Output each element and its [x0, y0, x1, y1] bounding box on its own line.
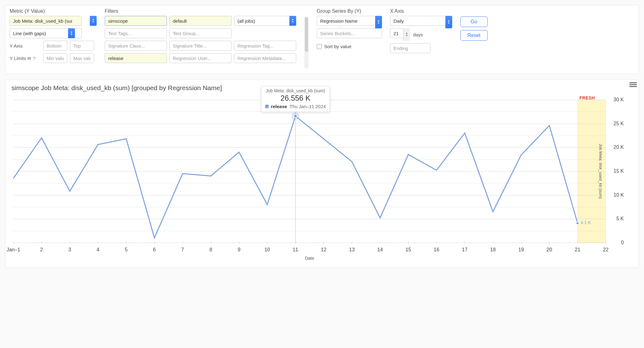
filter-reg-meta-input[interactable]: [234, 53, 296, 63]
controls-panel: Metric (Y Value) ▲▼ ▲▼ Y Axis: [5, 5, 639, 74]
action-buttons: Go Reset: [460, 16, 488, 41]
y-tick-label: 20 K: [614, 144, 624, 150]
metric-section: Metric (Y Value) ▲▼ ▲▼ Y Axis: [10, 8, 97, 66]
tooltip-series: release: [271, 104, 287, 109]
chart-menu-icon[interactable]: [629, 82, 637, 87]
scrollbar-thumb[interactable]: [305, 17, 308, 52]
x-tick-label: 9: [238, 247, 241, 253]
x-tick-label: 21: [575, 247, 580, 253]
sort-by-value-row[interactable]: Sort by value: [317, 44, 382, 49]
tooltip-date: Thu Jan–11 2024: [290, 104, 326, 109]
ylimits-max-input[interactable]: [70, 53, 94, 63]
group-label: Group Series By (Y): [317, 8, 382, 14]
days-label: days: [413, 32, 423, 37]
metric-select[interactable]: [10, 16, 82, 26]
y-tick-label: 5 K: [616, 216, 624, 222]
chart-tooltip: Job Meta: disk_used_kb (sum)26.556 Krele…: [261, 86, 330, 112]
filter-release-input[interactable]: [105, 53, 167, 63]
plot-wrap: release FRESH05 K10 K15 K20 K25 K30 KJob…: [10, 95, 634, 263]
filter-test-group-input[interactable]: [169, 28, 232, 38]
filter-component-input[interactable]: [105, 16, 167, 26]
last-point: [576, 222, 579, 225]
x-tick-label: 19: [518, 247, 524, 253]
dropdown-icon: ▲▼: [90, 16, 97, 26]
x-tick-label: 15: [406, 247, 411, 253]
x-tick-label: 14: [377, 247, 383, 253]
x-tick-label: 6: [153, 247, 156, 253]
xaxis-select[interactable]: [390, 16, 452, 26]
xaxis-label: X Axis: [390, 8, 452, 14]
last-value-label: 4.1 K: [581, 220, 591, 225]
filter-test-tags-input[interactable]: [105, 28, 167, 38]
x-tick-label: 17: [462, 247, 467, 253]
filters-section: Filters ▲▼: [105, 8, 296, 63]
reset-button[interactable]: Reset: [460, 30, 488, 41]
y-tick-label: 25 K: [614, 121, 624, 126]
x-tick-label: 20: [547, 247, 552, 253]
x-tick-label: Jan–1: [7, 247, 20, 253]
y-tick-label: 30 K: [614, 97, 624, 103]
ending-input[interactable]: [390, 43, 430, 53]
x-tick-label: 18: [490, 247, 496, 253]
xaxis-section: X Axis ▲▼ ▲▼ days: [390, 8, 452, 56]
sort-label: Sort by value: [324, 44, 352, 49]
y-tick-label: 0: [621, 240, 624, 245]
x-tick-label: 16: [434, 247, 439, 253]
ylimits-label: Y Limits✉?: [10, 56, 41, 61]
yaxis-top-input[interactable]: [70, 41, 94, 51]
filter-reg-tag-input[interactable]: [234, 41, 296, 51]
x-axis-title: Date: [305, 256, 314, 261]
group-section: Group Series By (Y) ▲▼ Sort by value: [317, 8, 382, 49]
x-tick-label: 22: [603, 247, 609, 253]
series-buckets-input[interactable]: [317, 28, 382, 38]
sort-checkbox[interactable]: [317, 44, 322, 49]
yaxis-bottom-input[interactable]: [43, 41, 67, 51]
x-tick-label: 7: [181, 247, 184, 253]
dropdown-icon: ▲▼: [289, 16, 296, 26]
x-tick-label: 4: [97, 247, 99, 253]
dropdown-icon: ▲▼: [375, 16, 382, 28]
tooltip-series-icon: [265, 105, 269, 108]
dropdown-icon: ▲▼: [68, 28, 75, 38]
hover-point: [294, 114, 297, 118]
group-by-select[interactable]: [317, 16, 382, 26]
grid-line: [13, 243, 606, 243]
chart-panel: simscope Job Meta: disk_used_kb (sum) [g…: [5, 80, 639, 268]
filters-label: Filters: [105, 8, 296, 14]
chart-svg: [13, 100, 606, 243]
x-tick-label: 2: [40, 247, 43, 253]
x-tick-label: 3: [68, 247, 71, 253]
x-tick-label: 13: [349, 247, 355, 253]
filter-reg-user-input[interactable]: [169, 53, 232, 63]
ylimits-min-input[interactable]: [43, 53, 67, 63]
dropdown-icon: ▲▼: [445, 16, 452, 28]
filter-sig-class-input[interactable]: [105, 41, 167, 51]
x-tick-label: 5: [125, 247, 128, 253]
y-tick-label: 10 K: [614, 192, 624, 198]
y-tick-label: 15 K: [614, 168, 624, 174]
envelope-icon: ✉: [27, 56, 31, 61]
filters-scrollbar[interactable]: [304, 16, 309, 69]
x-tick-label: 12: [321, 247, 326, 253]
x-tick: [606, 241, 606, 244]
tooltip-title: Job Meta: disk_used_kb (sum): [265, 88, 326, 93]
help-icon[interactable]: ?: [33, 56, 35, 61]
x-tick-label: 10: [264, 247, 270, 253]
filter-sig-title-input[interactable]: [169, 41, 232, 51]
x-tick-label: 11: [293, 247, 298, 253]
x-tick-label: 8: [209, 247, 212, 253]
tooltip-value: 26.556 K: [265, 94, 326, 103]
yaxis-label: Y Axis: [10, 43, 41, 48]
filter-branch-input[interactable]: [169, 16, 232, 26]
go-button[interactable]: Go: [460, 16, 488, 27]
stepper-icon[interactable]: ▲▼: [403, 28, 410, 41]
plot-area[interactable]: release FRESH05 K10 K15 K20 K25 K30 KJob…: [13, 100, 606, 243]
filter-jobs-select[interactable]: [234, 16, 296, 26]
metric-label: Metric (Y Value): [10, 8, 97, 14]
